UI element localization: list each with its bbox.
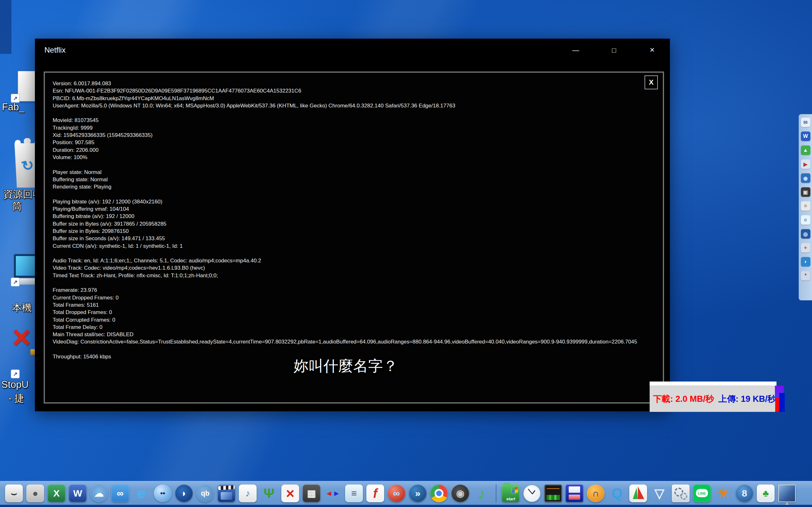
winamp-icon[interactable]: ∩ xyxy=(587,485,605,502)
red-app-icon[interactable]: + xyxy=(801,243,810,252)
word-icon[interactable]: W xyxy=(69,485,87,502)
audio-switch-icon[interactable]: ◄► xyxy=(324,485,342,502)
excel-icon-glyph: X xyxy=(53,489,60,498)
usb-connector-icon[interactable]: Ψ xyxy=(260,485,278,502)
clock-icon[interactable] xyxy=(523,485,541,502)
chat-icon-glyph: ◗ xyxy=(804,259,807,265)
window-title[interactable]: Netflix xyxy=(44,46,66,55)
blue-ball-icon-glyph: •• xyxy=(160,490,165,497)
ie-icon[interactable]: e xyxy=(133,485,150,502)
music-note-icon[interactable]: ♪ xyxy=(473,485,490,502)
music-doc-icon-glyph: ♪ xyxy=(246,489,250,498)
qbittorrent-icon-glyph: qb xyxy=(201,490,210,497)
media-player-red-icon[interactable]: ∞ xyxy=(388,485,405,502)
start-folder-icon[interactable]: start xyxy=(502,485,519,502)
performance-monitor-icon[interactable] xyxy=(544,485,562,502)
kmplayer-icon[interactable] xyxy=(629,485,647,502)
apple-icon[interactable]: ● xyxy=(26,485,44,502)
quicktime-icon[interactable]: Q xyxy=(608,485,626,502)
clover-mail-icon-glyph: ♣ xyxy=(763,489,769,498)
speaker-icon[interactable]: ◉ xyxy=(451,485,469,502)
download-speed: 下載: 2.0 MB/秒 xyxy=(653,393,714,405)
dock-separator xyxy=(496,484,496,503)
music-doc-icon[interactable]: ♪ xyxy=(239,485,257,502)
baidu-pan-icon-glyph: ∞ xyxy=(117,489,123,498)
floppy-backup-icon[interactable] xyxy=(565,485,583,502)
netspeed-widget[interactable]: 下載: 2.0 MB/秒 上傳: 19 KB/秒 xyxy=(650,382,785,412)
tools-icon[interactable]: * xyxy=(801,271,810,280)
gears-icon[interactable] xyxy=(672,485,690,502)
musicbee-disabled-icon-glyph: × xyxy=(286,486,295,501)
wallpaper-corner-shade xyxy=(0,0,11,54)
minimize-button[interactable]: — xyxy=(569,46,583,55)
green-app-icon-glyph: ▲ xyxy=(803,147,808,153)
close-button[interactable]: × xyxy=(645,45,659,55)
tools-icon-glyph: * xyxy=(804,273,806,279)
eagleget-icon-glyph: ◗ xyxy=(181,489,187,498)
mail-image-icon-glyph: ✉ xyxy=(803,119,808,125)
ie-icon-glyph: e xyxy=(137,486,146,501)
ie-icon-glyph: e xyxy=(804,217,807,223)
cloud-icon-glyph: ☁ xyxy=(94,489,104,498)
shortcut-arrow-icon: ↗ xyxy=(11,278,20,286)
musicbee-disabled-icon[interactable]: × xyxy=(281,485,299,502)
screen-capture-icon[interactable]: ▣ xyxy=(801,187,810,197)
bird-app-icon-glyph: » xyxy=(415,489,420,498)
debug-text: Version: 6.0017.894.083 Esn: NFUWA-001-F… xyxy=(53,80,649,360)
excel-icon[interactable]: X xyxy=(48,485,65,502)
netspeed-bar-red xyxy=(775,398,779,412)
calculator-icon-glyph: ▦ xyxy=(307,489,316,498)
calculator-icon[interactable]: ▦ xyxy=(303,485,320,502)
bird-app-icon[interactable]: » xyxy=(409,485,426,502)
globe-icon-glyph: ◉ xyxy=(803,175,808,181)
line-icon[interactable]: LINE xyxy=(693,485,711,502)
winamp-icon-glyph: ∩ xyxy=(592,489,599,498)
desktop-icon-label: Fab_ xyxy=(2,101,24,113)
clover-mail-icon[interactable]: ♣ xyxy=(757,485,774,502)
shortcut-arrow-icon: ↗ xyxy=(11,370,20,378)
start-folder-icon-glyph: start xyxy=(506,497,515,501)
video-clapper-icon[interactable] xyxy=(217,485,235,502)
notepad-icon-glyph: ≡ xyxy=(351,489,357,498)
baidu-pan-icon[interactable]: ∞ xyxy=(111,485,129,502)
right-sidebar-dock: ✉W▲▶◉▣≡e◎+◗* xyxy=(799,114,812,300)
fox-head-icon[interactable]: ▽ xyxy=(651,485,668,502)
red-app-icon-glyph: + xyxy=(804,245,807,250)
blue-sphere-icon-glyph: 8 xyxy=(742,489,747,498)
finder-icon[interactable]: ⌣ xyxy=(5,485,23,502)
blue-app-icon[interactable]: ◎ xyxy=(801,229,810,239)
netspeed-body: 下載: 2.0 MB/秒 上傳: 19 KB/秒 xyxy=(650,386,776,412)
media-app-icon[interactable]: ▶ xyxy=(801,159,810,169)
notes-icon-glyph: ≡ xyxy=(804,203,807,209)
maximize-button[interactable]: □ xyxy=(607,46,621,55)
screen-capture-icon-glyph: ▣ xyxy=(803,189,808,195)
desktop-icon-label: 本機 xyxy=(12,301,32,314)
notes-icon[interactable]: ≡ xyxy=(801,201,810,211)
upload-speed: 上傳: 19 KB/秒 xyxy=(718,393,776,405)
eagleget-icon[interactable]: ◗ xyxy=(175,485,193,502)
flash-icon[interactable]: f xyxy=(366,485,384,502)
blue-ball-icon[interactable]: •• xyxy=(154,485,171,502)
cloud-icon[interactable]: ☁ xyxy=(90,485,108,502)
audio-switch-icon-glyph: ► xyxy=(333,490,340,497)
notepad-icon[interactable]: ≡ xyxy=(345,485,363,502)
qbittorrent-icon[interactable]: qb xyxy=(196,485,214,502)
word-icon[interactable]: W xyxy=(801,131,810,141)
chrome-icon[interactable] xyxy=(430,485,448,502)
desktop-preview-icon[interactable] xyxy=(778,485,796,502)
desktop-icon-label: 筒 xyxy=(12,200,22,213)
desktop-icon-label: StopU xyxy=(1,379,29,390)
media-player-red-icon-glyph: ∞ xyxy=(393,489,400,498)
acdsee-icon[interactable]: ☀ xyxy=(714,485,732,502)
netspeed-titlebar xyxy=(650,382,776,386)
subtitle-text: 妳叫什麼名字？ xyxy=(37,356,655,376)
globe-icon[interactable]: ◉ xyxy=(801,173,810,183)
red-x-icon: × xyxy=(12,319,31,356)
chat-icon[interactable]: ◗ xyxy=(801,257,810,267)
blue-sphere-icon[interactable]: 8 xyxy=(735,485,753,502)
ie-icon[interactable]: e xyxy=(801,215,810,225)
acdsee-icon-glyph: ☀ xyxy=(717,487,729,500)
green-app-icon[interactable]: ▲ xyxy=(801,146,810,155)
word-icon-glyph: W xyxy=(803,133,808,139)
mail-image-icon[interactable]: ✉ xyxy=(801,118,810,127)
